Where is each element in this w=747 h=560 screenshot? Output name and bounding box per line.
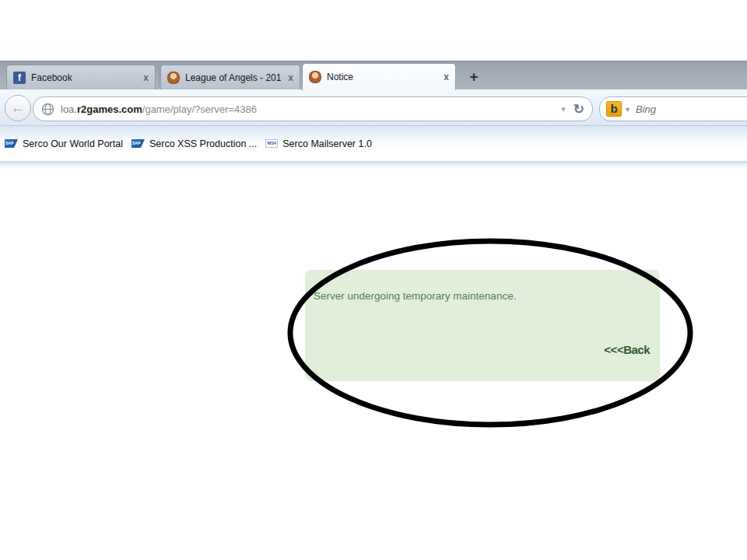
search-field[interactable]: b ▾ Bing: [599, 96, 747, 121]
reload-icon[interactable]: ↻: [573, 101, 584, 117]
close-icon[interactable]: x: [143, 72, 149, 83]
url-subdomain: loa.: [61, 103, 77, 115]
globe-icon: [41, 103, 54, 116]
history-dropdown-icon[interactable]: ▾: [561, 104, 566, 114]
window-bottom-edge: [0, 161, 747, 168]
tab-facebook[interactable]: f Facebook x: [6, 65, 156, 90]
bing-icon[interactable]: b: [606, 101, 622, 117]
league-avatar-icon: [309, 71, 321, 83]
bookmark-serco-mailserver[interactable]: MS4 Serco Mailserver 1.0: [265, 138, 372, 149]
tab-strip: f Facebook x League of Angels - 2014 M..…: [0, 61, 747, 89]
bookmark-label: Serco XSS Production ...: [149, 138, 257, 149]
address-bar[interactable]: loa.r2games.com/game/play/?server=4386 ▾…: [33, 96, 593, 121]
new-tab-button[interactable]: +: [462, 68, 486, 88]
url-text[interactable]: loa.r2games.com/game/play/?server=4386: [61, 103, 556, 115]
bookmark-serco-xss-production[interactable]: SAP Serco XSS Production ...: [132, 138, 257, 149]
close-icon[interactable]: x: [288, 72, 293, 83]
bookmark-label: Serco Our World Portal: [23, 138, 123, 149]
close-icon[interactable]: x: [444, 72, 449, 82]
facebook-icon: f: [13, 72, 26, 84]
tab-notice-active[interactable]: Notice x: [302, 63, 456, 90]
tab-label: Notice: [327, 72, 437, 82]
league-avatar-icon: [167, 72, 180, 84]
ms4-icon: MS4: [265, 139, 278, 148]
back-button[interactable]: ←: [5, 95, 31, 121]
bookmarks-bar: SAP Serco Our World Portal SAP Serco XSS…: [0, 126, 747, 161]
back-link[interactable]: <<<Back: [604, 343, 650, 356]
url-domain: r2games.com: [77, 103, 142, 115]
search-placeholder: Bing: [636, 103, 656, 115]
screenshot-root: f Facebook x League of Angels - 2014 M..…: [0, 0, 747, 560]
tab-league-of-angels[interactable]: League of Angels - 2014 M... x: [160, 65, 300, 90]
bookmark-serco-our-world-portal[interactable]: SAP Serco Our World Portal: [5, 138, 123, 149]
maintenance-notice-box: Server undergoing temporary maintenance.…: [305, 270, 660, 381]
tab-label: League of Angels - 2014 M...: [185, 72, 282, 83]
search-engine-dropdown-icon[interactable]: ▾: [626, 105, 630, 114]
sap-icon: SAP: [5, 139, 18, 148]
tab-label: Facebook: [31, 72, 137, 83]
navigation-toolbar: ← loa.r2games.com/game/play/?server=4386…: [0, 89, 747, 126]
tab-divider: [159, 66, 160, 87]
page-content: Server undergoing temporary maintenance.…: [0, 168, 747, 560]
bookmark-label: Serco Mailserver 1.0: [282, 138, 372, 149]
url-path: /game/play/?server=4386: [142, 103, 257, 115]
maintenance-message: Server undergoing temporary maintenance.: [314, 290, 516, 302]
sap-icon: SAP: [132, 139, 145, 148]
